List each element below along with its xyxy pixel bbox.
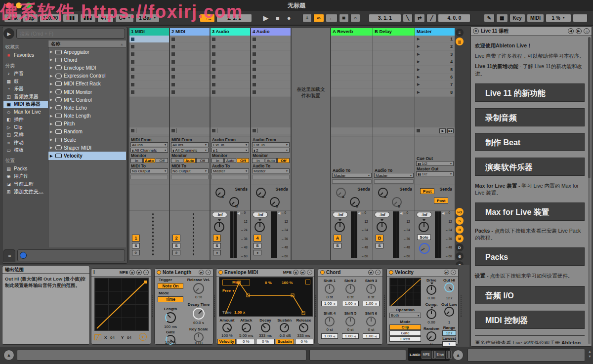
scene[interactable]: ▶ 6 — [415, 74, 455, 81]
scene-play-icon[interactable]: ▶ — [417, 37, 420, 41]
expand-arrow-icon[interactable]: ▶ — [50, 82, 53, 86]
device-list-item[interactable]: ▶ Velocity — [48, 152, 126, 160]
velocity-mode-button[interactable]: Fixed — [389, 336, 421, 342]
knob-value[interactable]: 333 ms — [294, 333, 313, 338]
device-list-item[interactable]: ▶ Pitch — [48, 120, 126, 128]
draw-mode-button[interactable]: ✎ — [484, 14, 495, 22]
shift-knob[interactable] — [366, 317, 376, 326]
scene[interactable]: ▶ 4 — [415, 58, 455, 65]
list-header[interactable]: 名称▲ — [48, 40, 126, 48]
sync-mode-button[interactable]: Time — [158, 296, 183, 302]
track-activator[interactable]: 1 — [132, 235, 140, 242]
output-select[interactable]: No Output▼ — [171, 168, 209, 173]
scene[interactable]: ▶ 8 — [415, 89, 455, 96]
clip-slot[interactable] — [211, 81, 250, 88]
velocity-display[interactable] — [389, 278, 421, 306]
quantize-menu[interactable]: 1 Bar▼ — [135, 14, 160, 22]
device-drag-strip[interactable] — [384, 295, 386, 317]
save-preset-icon[interactable]: ▪ — [375, 270, 381, 275]
shift-value[interactable]: 0 st — [319, 295, 340, 299]
device-list-item[interactable]: ▶ Note Length — [48, 112, 126, 120]
cpu-meter[interactable]: 1 %▼ — [546, 14, 571, 22]
track-activator[interactable]: 2 — [172, 235, 180, 242]
lessons-home-icon[interactable]: ⌂ — [584, 28, 590, 34]
output-select[interactable]: Master▼ — [374, 173, 414, 178]
scene[interactable]: ▶ 5 — [415, 66, 455, 73]
lesson-button-whats-new[interactable]: Live 11 的新功能 — [475, 83, 585, 102]
return-header[interactable]: A Reverb — [331, 28, 373, 36]
play-button[interactable]: ▶ — [260, 14, 271, 22]
lesson-button-record-audio[interactable]: 录制音频 — [475, 108, 585, 126]
device-list-item[interactable]: ▶ Expression Control — [48, 72, 126, 80]
lesson-button-make-beat[interactable]: 制作 Beat — [475, 133, 585, 151]
range-field[interactable]: 127 — [442, 330, 456, 336]
env-target-button[interactable]: 0 % — [295, 339, 313, 344]
expand-arrow-icon[interactable]: ▶ — [50, 98, 53, 102]
scene[interactable]: ▶ 3 — [415, 51, 455, 58]
punch-out-button[interactable]: ╱ — [426, 14, 436, 22]
device-on-led[interactable] — [320, 270, 325, 275]
expand-arrow-icon[interactable]: ▶ — [50, 58, 53, 62]
arm-button[interactable]: ● — [254, 250, 261, 255]
tempo-field[interactable]: 120.00 — [40, 14, 62, 22]
track-header[interactable]: 3 Audio — [211, 28, 250, 36]
lesson-button-audio-io[interactable]: 音频 I/O — [475, 286, 585, 304]
track-header[interactable]: 4 Audio — [251, 28, 291, 36]
next-lesson-icon[interactable]: ▶ — [576, 28, 582, 34]
io-toggle[interactable]: I-O — [456, 208, 464, 216]
y-value[interactable]: 64 — [127, 335, 131, 340]
show-info-toggle[interactable]: ▲ — [3, 350, 14, 361]
solo-button[interactable]: S — [213, 243, 221, 248]
loop-start-field[interactable]: 3. 1. 1 — [369, 14, 401, 22]
whats-new-link[interactable]: Live 11的新增功能 — [475, 63, 518, 69]
search-input[interactable] — [16, 29, 125, 39]
length-knob[interactable] — [165, 312, 176, 323]
env-target-button[interactable]: 0 % — [256, 339, 274, 344]
shift-value[interactable]: 0 st — [340, 327, 361, 332]
solo-button[interactable]: S — [376, 243, 383, 248]
expand-arrow-icon[interactable]: ▶ — [50, 130, 53, 134]
solo-button[interactable]: S — [132, 243, 140, 248]
device-drag-strip[interactable] — [152, 295, 154, 317]
lesson-button-play-instruments[interactable]: 演奏软件乐器 — [475, 158, 585, 176]
sidebar-item[interactable]: ◧插件 — [3, 116, 48, 124]
device-titlebar[interactable]: Chord ⇄ ▪ — [318, 269, 382, 277]
scene[interactable]: ▶ 1 — [415, 36, 455, 42]
clip-slot[interactable] — [129, 43, 169, 50]
clip-slot[interactable] — [251, 81, 291, 88]
x-value[interactable]: 64 — [110, 335, 115, 340]
scrollbar-thumb[interactable] — [588, 37, 591, 178]
sidebar-item[interactable]: ◪当前工程 — [3, 180, 48, 188]
clip-slot[interactable] — [129, 58, 169, 65]
clip-device-toggle[interactable]: ||| — [456, 38, 464, 45]
shift-velocity-field[interactable]: 1.00 ◀ — [321, 333, 338, 339]
output-select[interactable]: Master▼ — [332, 173, 372, 178]
clip-slot[interactable] — [170, 89, 210, 96]
sidebar-item[interactable]: ▷Clip — [3, 123, 48, 131]
cue-out-select[interactable]: ▮▮1/2▼ — [416, 161, 454, 166]
save-preset-icon[interactable]: ▪ — [307, 270, 312, 275]
groove-pool-toggle[interactable]: ≈ — [3, 249, 15, 262]
device-titlebar[interactable]: Note Length ⇄ ▪ — [155, 269, 213, 277]
pan-knob[interactable] — [377, 219, 387, 232]
stop-all-clips-icon[interactable] — [417, 129, 420, 132]
clip-slot[interactable] — [129, 36, 169, 42]
operation-select[interactable]: Both▼ — [389, 313, 421, 318]
scroll-down-icon[interactable]: ▼ — [588, 355, 592, 358]
track-stop-button[interactable] — [170, 127, 210, 134]
stop-button[interactable]: ■ — [273, 14, 283, 22]
help-scrollbar[interactable] — [588, 37, 591, 344]
sidebar-item[interactable]: ▣MIDI 效果器 — [3, 101, 48, 109]
input-type-select[interactable]: Ext. In▼ — [212, 142, 249, 147]
lesson-button-midi-controllers[interactable]: MIDI 控制器 — [475, 311, 585, 329]
clip-slot[interactable] — [251, 36, 291, 42]
nudge-up-button[interactable]: ▮▮▮ — [80, 14, 96, 22]
device-drag-strip[interactable] — [315, 295, 317, 317]
scene-play-icon[interactable]: ▶ — [417, 60, 420, 64]
track-header[interactable]: 1 MIDI — [129, 28, 169, 36]
expand-arrow-icon[interactable]: ▶ — [50, 66, 53, 70]
output-select[interactable]: Master▼ — [212, 168, 249, 173]
scene-play-icon[interactable]: ▶ — [417, 90, 420, 94]
hot-swap-icon[interactable]: ⇄ — [136, 270, 142, 275]
shift-knob[interactable] — [325, 317, 335, 326]
